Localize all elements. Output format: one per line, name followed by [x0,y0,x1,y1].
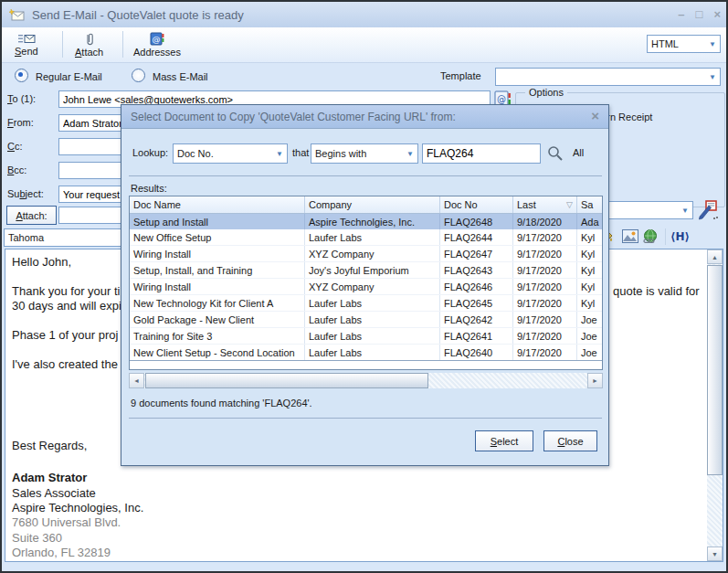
column-header[interactable]: Last▽ [513,196,577,213]
column-header[interactable]: Company [305,196,440,213]
table-row[interactable]: New Technology Kit for Client A Laufer L… [130,295,602,312]
table-row[interactable]: Wiring Install XYZ Company FLAQ2646 9/17… [130,279,602,295]
attach-field-button[interactable]: Attach: [6,206,57,225]
toolbar-separator [665,228,666,245]
send-label: Send [15,46,38,57]
signature-icon[interactable] [697,198,720,221]
dialog-title: Select Document to Copy 'QuoteValet Cust… [131,111,456,123]
condition-select[interactable]: Begins with▼ [311,143,418,164]
font-select[interactable]: Tahoma [4,228,125,247]
body-greeting: Hello John, [12,255,71,269]
attach-field-label: Attach: [16,210,47,221]
addresses-label: Addresses [133,47,181,58]
table-hscrollbar[interactable]: ◄ ► [129,373,603,388]
image-icon[interactable] [622,229,638,243]
lookup-label: Lookup: [132,147,168,158]
html-source-icon[interactable]: ⟨H⟩ [670,230,690,243]
addresses-button[interactable]: @ Addresses [128,29,186,59]
select-document-dialog: Select Document to Copy 'QuoteValet Cust… [121,104,609,466]
select-button-label: Select [491,436,519,447]
maximize-button[interactable]: □ [696,7,703,21]
scroll-up-icon[interactable]: ▲ [707,249,723,264]
scrollbar-thumb[interactable] [707,265,723,475]
link-globe-icon[interactable] [642,228,659,245]
search-input[interactable] [422,143,541,164]
select-button[interactable]: Select [475,430,533,451]
radio-unselected-icon [132,69,145,82]
table-row[interactable]: Setup, Install, and Training Joy's Joyfu… [130,262,602,279]
paperclip-icon [84,32,95,46]
svg-text:@: @ [152,35,160,44]
body-line4-left: I've also created the [12,357,118,371]
signature-name: Adam Strator [12,471,87,484]
signature-company: Aspire Technologies, Inc. [12,501,143,515]
attach-button[interactable]: Attach [69,29,109,59]
template-label: Template [440,70,481,81]
send-icon [17,33,36,45]
body-closing: Best Regards, [12,439,87,452]
attach-label: Attach [75,47,103,58]
close-button-label: Close [557,436,583,447]
cc-label: Cc: [7,141,23,152]
minimize-button[interactable]: – [678,7,684,21]
signature-title: Sales Associate [12,486,96,500]
lookup-field-select[interactable]: Doc No.▼ [173,143,288,164]
scroll-left-icon[interactable]: ◄ [129,373,144,388]
mass-email-label: Mass E-Mail [153,71,208,82]
status-text: 9 documents found matching 'FLAQ264'. [131,398,312,409]
results-table: Doc Name Company Doc No Last▽ Sa Setup a… [129,196,603,370]
send-email-window: Send E-Mail - QuoteValet quote is ready … [0,0,728,573]
regular-email-label: Regular E-Mail [36,71,102,82]
address-book-icon: @ [150,32,164,46]
template-select[interactable]: ▼ [495,68,721,86]
toolbar-separator [62,31,63,58]
divider [129,175,602,176]
format-select[interactable]: HTML▼ [647,35,721,53]
table-header-row: Doc Name Company Doc No Last▽ Sa [130,196,602,214]
signature-address2: Suite 360 [12,531,62,545]
toolbar-separator [122,31,123,58]
main-toolbar: Send Attach @ Addresses HTML▼ [2,27,726,63]
dialog-title-bar: Select Document to Copy 'QuoteValet Cust… [121,105,608,129]
close-button[interactable]: × [713,7,721,21]
body-line3-left: Phase 1 of your proj [12,328,118,342]
chevron-down-icon: ▼ [709,73,716,81]
send-button[interactable]: Send [9,29,44,59]
bcc-label: Bcc: [7,164,26,175]
title-bar: Send E-Mail - QuoteValet quote is ready … [2,2,726,27]
subject-label: Subject: [7,188,44,199]
dialog-close-icon[interactable]: × [591,108,599,123]
table-row[interactable]: Gold Package - New Client Laufer Labs FL… [130,312,602,328]
scroll-right-icon[interactable]: ► [587,373,603,388]
all-link[interactable]: All [573,147,584,158]
chevron-down-icon: ▼ [709,40,716,48]
svg-text:@: @ [497,94,506,104]
table-row[interactable]: New Office Setup Laufer Labs FLAQ2644 9/… [130,229,602,246]
scroll-down-icon[interactable]: ▼ [707,546,723,561]
regular-email-radio[interactable]: Regular E-Mail [15,69,102,82]
table-row-selected[interactable]: Setup and Install Aspire Technolgies, In… [130,214,602,229]
mail-sparkle-icon [9,8,26,22]
chevron-down-icon: ▼ [406,150,414,158]
signature-address3: Orlando, FL 32819 [12,546,111,559]
column-header[interactable]: Sa [577,196,603,213]
mass-email-radio[interactable]: Mass E-Mail [132,69,208,82]
table-row[interactable]: Training for Site 3 Laufer Labs FLAQ2641… [130,328,602,345]
body-scrollbar[interactable]: ▲ ▼ [707,249,723,561]
table-row[interactable]: Wiring Install XYZ Company FLAQ2647 9/17… [130,246,602,262]
close-dialog-button[interactable]: Close [543,430,597,451]
table-row[interactable]: New Client Setup - Second Location Laufe… [130,345,602,361]
from-label: From: [7,117,34,128]
search-icon[interactable] [546,144,564,163]
column-header[interactable]: Doc Name [130,196,305,213]
radio-selected-icon [15,69,28,82]
window-title: Send E-Mail - QuoteValet quote is ready [32,8,244,22]
that-label: that [292,147,309,158]
column-header[interactable]: Doc No [440,196,513,213]
chevron-down-icon: ▼ [681,207,689,215]
results-label: Results: [131,183,167,194]
body-line1-left: Thank you for your ti [12,284,121,298]
divider [129,418,602,419]
scrollbar-thumb[interactable] [145,373,428,388]
body-line1-right: quote is valid for [613,284,700,298]
